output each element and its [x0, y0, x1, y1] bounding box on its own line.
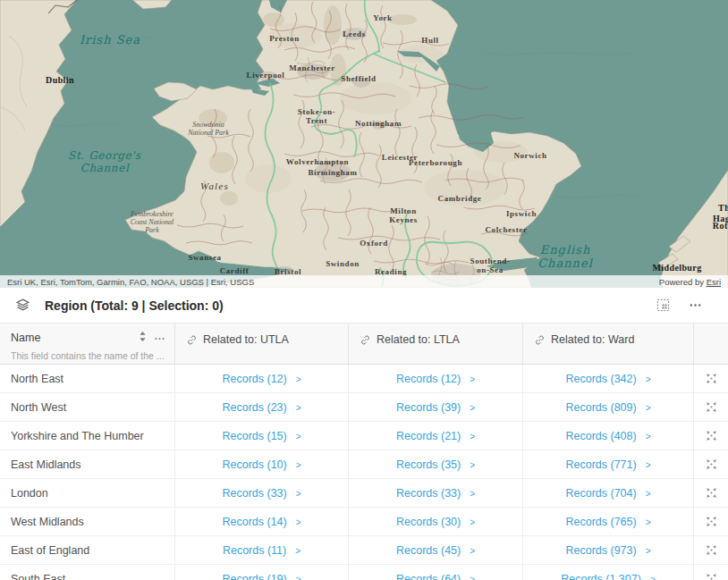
chevron-right-icon: >: [650, 573, 656, 580]
records-link-utla[interactable]: Records (12) >: [222, 373, 301, 385]
records-link-ward[interactable]: Records (1,307) >: [561, 573, 655, 580]
zoom-to-icon[interactable]: [705, 543, 718, 557]
overflow-menu-icon[interactable]: [685, 296, 705, 315]
zoom-to-icon[interactable]: [705, 515, 718, 528]
layers-icon[interactable]: [13, 296, 32, 315]
table-title: Region (Total: 9 | Selection: 0): [45, 298, 224, 313]
records-link-text: Records (23): [222, 401, 286, 414]
records-link-text: Records (704): [565, 487, 636, 500]
table-row[interactable]: North West Records (23) > Records (39) >…: [0, 393, 728, 422]
basemap[interactable]: [0, 0, 728, 288]
records-link-ltla[interactable]: Records (64) >: [396, 573, 475, 580]
zoom-to-icon[interactable]: [705, 372, 718, 385]
row-name: London: [11, 487, 48, 500]
column-menu-icon[interactable]: [154, 330, 165, 346]
column-header-name[interactable]: Name This field contains the name of the…: [0, 324, 175, 364]
records-link-ltla[interactable]: Records (21) >: [396, 430, 475, 442]
chevron-right-icon: >: [296, 516, 301, 527]
zoom-to-icon[interactable]: [705, 458, 718, 471]
records-link-ltla[interactable]: Records (12) >: [396, 373, 475, 385]
row-name: North East: [11, 373, 63, 385]
zoom-to-icon[interactable]: [705, 572, 718, 580]
records-link-ltla[interactable]: Records (45) >: [396, 544, 475, 557]
chevron-right-icon: >: [646, 487, 651, 499]
records-link-ltla[interactable]: Records (30) >: [396, 516, 475, 528]
records-link-utla[interactable]: Records (10) >: [222, 458, 301, 471]
records-link-text: Records (12): [396, 373, 461, 385]
table-row[interactable]: North East Records (12) > Records (12) >…: [0, 365, 728, 393]
related-column-label: Related to: Ward: [551, 333, 634, 346]
records-link-text: Records (64): [396, 573, 461, 580]
records-link-text: Records (973): [565, 544, 636, 557]
zoom-to-icon[interactable]: [705, 429, 718, 442]
records-link-ltla[interactable]: Records (35) >: [396, 458, 475, 471]
records-link-text: Records (10): [222, 458, 286, 471]
chevron-right-icon: >: [646, 458, 651, 470]
column-config-icon[interactable]: [653, 296, 673, 315]
records-link-text: Records (765): [565, 516, 636, 528]
records-link-utla[interactable]: Records (15) >: [222, 430, 301, 442]
records-link-ltla[interactable]: Records (33) >: [396, 487, 475, 500]
table-row[interactable]: East Midlands Records (10) > Records (35…: [0, 450, 728, 479]
column-header-actions: [694, 324, 728, 364]
records-link-utla[interactable]: Records (33) >: [222, 487, 301, 500]
link-icon: [360, 334, 371, 346]
powered-by: Powered by Esri: [659, 277, 721, 287]
row-name: North West: [11, 401, 66, 414]
chevron-right-icon: >: [296, 430, 301, 441]
row-name: Yorkshire and The Humber: [11, 430, 144, 442]
table-row[interactable]: East of England Records (11) > Records (…: [0, 536, 728, 565]
table-row[interactable]: Yorkshire and The Humber Records (15) > …: [0, 422, 728, 450]
records-link-text: Records (33): [396, 487, 461, 500]
zoom-to-icon[interactable]: [705, 400, 718, 414]
records-link-utla[interactable]: Records (19) >: [222, 573, 301, 580]
chevron-right-icon: >: [295, 544, 301, 556]
records-link-text: Records (809): [565, 401, 636, 414]
records-link-ward[interactable]: Records (704) >: [565, 487, 650, 500]
records-link-utla[interactable]: Records (23) >: [222, 401, 301, 414]
zoom-to-icon[interactable]: [705, 486, 718, 500]
records-link-ward[interactable]: Records (765) >: [565, 516, 650, 528]
records-link-text: Records (1,307): [561, 573, 641, 580]
records-link-text: Records (771): [565, 458, 636, 471]
chevron-right-icon: >: [470, 573, 475, 580]
records-link-ward[interactable]: Records (342) >: [565, 373, 650, 385]
row-name: South East: [11, 573, 65, 580]
records-link-ward[interactable]: Records (973) >: [565, 544, 650, 557]
esri-link[interactable]: Esri: [707, 277, 721, 287]
chevron-right-icon: >: [296, 401, 301, 413]
table-row[interactable]: West Midlands Records (14) > Records (30…: [0, 508, 728, 536]
table-toolbar: Region (Total: 9 | Selection: 0): [0, 288, 728, 324]
records-link-text: Records (342): [565, 373, 636, 385]
chevron-right-icon: >: [470, 373, 475, 384]
table-row[interactable]: South East Records (19) > Records (64) >…: [0, 565, 728, 580]
records-link-utla[interactable]: Records (11) >: [223, 544, 301, 557]
records-link-utla[interactable]: Records (14) >: [222, 516, 301, 528]
records-link-text: Records (408): [565, 430, 636, 442]
table-row[interactable]: London Records (33) > Records (33) > Rec…: [0, 479, 728, 508]
records-link-ward[interactable]: Records (809) >: [565, 401, 650, 414]
records-link-text: Records (21): [396, 430, 461, 442]
records-link-ltla[interactable]: Records (39) >: [396, 401, 475, 414]
related-column-label: Related to: UTLA: [203, 333, 289, 346]
records-link-ward[interactable]: Records (771) >: [565, 458, 650, 471]
chevron-right-icon: >: [296, 573, 301, 580]
row-name: East Midlands: [11, 458, 81, 471]
chevron-right-icon: >: [470, 516, 475, 527]
row-name: West Midlands: [11, 516, 84, 528]
row-name: East of England: [11, 544, 89, 557]
map-view[interactable]: Irish SeaSt. George's ChannelEnglish Cha…: [0, 0, 728, 288]
chevron-right-icon: >: [470, 430, 475, 441]
chevron-right-icon: >: [646, 430, 651, 441]
sort-icon[interactable]: [139, 330, 147, 346]
column-header-ltla[interactable]: Related to: LTLA: [349, 324, 523, 364]
column-header-utla[interactable]: Related to: UTLA: [175, 324, 349, 364]
chevron-right-icon: >: [470, 487, 475, 499]
records-link-text: Records (45): [396, 544, 461, 557]
table-body: North East Records (12) > Records (12) >…: [0, 365, 728, 580]
attribution-text: Esri UK, Esri, TomTom, Garmin, FAO, NOAA…: [7, 277, 254, 287]
link-icon: [534, 334, 546, 346]
records-link-ward[interactable]: Records (408) >: [565, 430, 650, 442]
chevron-right-icon: >: [646, 373, 651, 384]
column-header-ward[interactable]: Related to: Ward: [523, 324, 694, 364]
